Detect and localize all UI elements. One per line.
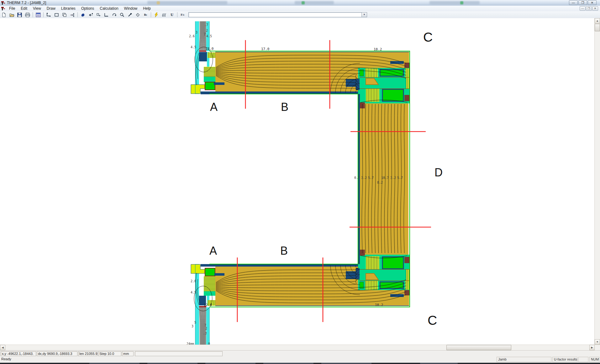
temp-label: 2 — [205, 327, 207, 330]
scroll-up-button[interactable]: ▲ — [595, 18, 600, 23]
temp-label: .7 — [204, 23, 208, 27]
horizontal-scrollbar[interactable]: ◀ ▶ — [0, 345, 600, 351]
flux-value-label: 18.2 — [374, 47, 382, 51]
section-letter-c-bottom: C — [428, 313, 437, 328]
title-bar[interactable]: THERM 7.2 - [JAMB_2] — ❐ ✕ — [0, 0, 600, 6]
vertical-scrollbar-thumb[interactable] — [595, 24, 600, 31]
therm-app-icon — [1, 1, 5, 5]
stacked-rectangles-icon — [62, 13, 67, 17]
temp-label: -7 — [203, 332, 207, 335]
child-close-button[interactable]: ✕ — [592, 6, 598, 11]
temp-label: 2.6 — [189, 34, 195, 38]
scroll-down-button[interactable]: ▼ — [595, 339, 600, 345]
background-window-artifact — [460, 1, 463, 4]
temp-label: 3 — [192, 325, 193, 328]
status-spacer-box — [578, 357, 588, 362]
cursor-xy-field: x,y -49622.1,-18443. — [1, 351, 36, 356]
move-point-button[interactable] — [87, 12, 94, 18]
fill-void-button[interactable] — [79, 12, 87, 18]
isotherm-lines-icon — [162, 13, 166, 17]
tape-measure-button[interactable] — [103, 12, 110, 18]
flux-value-label: 17.0 — [261, 47, 270, 51]
background-window-artifact — [429, 1, 480, 4]
vertical-scrollbar[interactable]: ▲ ▼ — [594, 18, 600, 345]
child-restore-button[interactable]: ❐ — [586, 6, 592, 11]
new-file-icon — [2, 13, 6, 17]
move-polygon-button[interactable] — [95, 12, 102, 18]
menu-draw[interactable]: Draw — [44, 6, 58, 11]
copy-polygon-button[interactable] — [61, 12, 68, 18]
menu-view[interactable]: View — [30, 6, 44, 11]
fill-void-blob-icon — [81, 13, 85, 17]
window-title: THERM 7.2 - [JAMB_2] — [7, 1, 46, 5]
print-button[interactable] — [24, 12, 31, 18]
temp-label: 10.7 — [381, 176, 389, 179]
zoom-button[interactable] — [118, 12, 126, 18]
boundary-conditions-button[interactable]: Bc — [142, 12, 149, 18]
rotate-button[interactable] — [111, 12, 118, 18]
menu-options[interactable]: Options — [78, 6, 97, 11]
new-file-button[interactable] — [0, 12, 8, 18]
fahrenheit-celsius-icon: F/c — [181, 13, 185, 16]
toolbar-separator — [77, 12, 78, 17]
glazing-size-label: 24mm — [187, 342, 194, 345]
horizontal-scrollbar-thumb[interactable] — [446, 345, 511, 350]
flux-value-label: 18.2 — [375, 303, 383, 307]
background-window-artifact — [157, 1, 160, 4]
u-factor-button[interactable]: U — [168, 12, 176, 18]
menu-edit[interactable]: Edit — [18, 6, 30, 11]
numlock-indicator: NUM — [589, 357, 599, 362]
scroll-left-button[interactable]: ◀ — [0, 345, 5, 350]
save-button[interactable] — [16, 12, 23, 18]
temp-label: 0.7 — [354, 176, 360, 179]
results-combobox[interactable]: ▼ — [188, 12, 367, 17]
flux-value-label: 12.0 — [205, 47, 214, 51]
background-window-artifact — [302, 1, 305, 4]
ready-status: Ready — [1, 357, 11, 361]
status-bar: Ready Jamb U-factor results NUM — [0, 356, 600, 363]
eyedropper-button[interactable] — [126, 12, 134, 18]
temp-label: 5.7 — [368, 176, 374, 179]
temp-label: 0 — [208, 342, 210, 345]
properties-button[interactable] — [34, 12, 42, 18]
menu-window[interactable]: Window — [121, 6, 140, 11]
toolbar-separator — [177, 12, 177, 17]
section-letter-b-top: B — [281, 101, 288, 113]
taskbar-item — [321, 363, 371, 364]
temp-label: 3 — [196, 31, 197, 34]
temp-label: 2.0 — [191, 279, 196, 283]
taskbar-item — [420, 363, 458, 364]
insert-point-button[interactable] — [69, 12, 76, 18]
drawing-canvas[interactable]: CABDABC17.018.212.018.212.0.72372.64.54.… — [0, 18, 595, 345]
temp-label: 4.5 — [191, 45, 196, 49]
menu-libraries[interactable]: Libraries — [58, 6, 78, 11]
close-button[interactable]: ✕ — [588, 0, 597, 5]
taskbar-item — [89, 363, 139, 364]
show-results-button[interactable] — [161, 12, 168, 18]
taskbar-item — [147, 363, 197, 364]
background-window-artifact — [295, 1, 334, 4]
minimize-button[interactable]: — — [569, 0, 578, 5]
taskbar-item — [263, 363, 313, 364]
properties-form-icon — [36, 13, 41, 17]
taskbar-sliver — [0, 363, 600, 364]
menu-help[interactable]: Help — [140, 6, 154, 11]
draw-polyline-button[interactable] — [45, 12, 52, 18]
chevron-down-icon[interactable]: ▼ — [361, 13, 367, 17]
calculate-button[interactable] — [153, 12, 160, 18]
step-field: Step 10.0 — [98, 351, 121, 356]
menu-calculation[interactable]: Calculation — [97, 6, 121, 11]
flux-value-label: 12.0 — [204, 303, 212, 307]
temperature-units-button[interactable]: F/c — [179, 12, 186, 18]
tape-measure-icon — [104, 13, 109, 17]
restore-button[interactable]: ❐ — [578, 0, 587, 5]
scroll-right-button[interactable]: ▶ — [589, 345, 595, 350]
menu-file[interactable]: File — [6, 6, 18, 11]
draw-rectangle-button[interactable] — [53, 12, 60, 18]
open-file-button[interactable] — [8, 12, 15, 18]
section-letter-a-top: A — [210, 101, 218, 113]
child-minimize-button[interactable]: — — [580, 6, 586, 11]
temp-label: 5 — [194, 321, 196, 324]
material-fill-button[interactable] — [134, 12, 141, 18]
jamb-cross-section-drawing: CABDABC17.018.212.018.212.0.72372.64.54.… — [0, 18, 595, 345]
